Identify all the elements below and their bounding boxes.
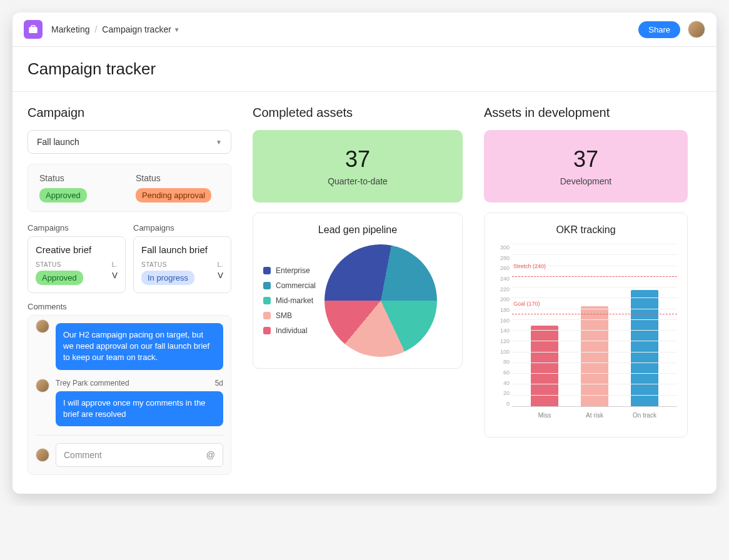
pie-chart-title: Lead gen pipeline [263, 224, 452, 236]
breadcrumb-separator: / [94, 24, 97, 34]
reference-line-label: Stretch (240) [513, 263, 546, 269]
legend-item: Mid-market [263, 296, 316, 305]
breadcrumb: Marketing / Campaign tracker ▼ [51, 24, 180, 34]
campaign-heading: Campaign [28, 106, 231, 120]
completed-stat-card: 37 Quarter-to-date [253, 130, 463, 202]
legend-swatch [263, 282, 271, 289]
legend-item: SMB [263, 311, 316, 320]
card-l-label: L. [112, 261, 118, 268]
comment-placeholder: Comment [64, 450, 102, 460]
bar-plot: MissAt riskOn track Stretch (240)Goal (1… [512, 244, 677, 407]
bar [531, 326, 558, 407]
pie-chart [324, 244, 437, 357]
status-label: Status [39, 173, 123, 183]
comment-bubble: Our H2 campaign pacing on target, but we… [56, 323, 223, 370]
campaigns-subheading: Campaigns [133, 223, 231, 232]
development-label: Development [490, 176, 681, 186]
user-avatar[interactable] [688, 21, 705, 38]
pie-legend: EnterpriseCommercialMid-marketSMBIndivid… [263, 266, 316, 335]
x-axis-label: At risk [581, 412, 608, 419]
card-l-value: V [112, 271, 118, 280]
legend-label: Enterprise [276, 266, 310, 275]
breadcrumb-workspace[interactable]: Marketing [51, 24, 89, 34]
legend-label: Individual [276, 326, 308, 335]
card-l-label: L. [218, 261, 223, 268]
comments-heading: Comments [28, 302, 231, 311]
legend-swatch [263, 312, 271, 319]
legend-label: SMB [276, 311, 292, 320]
briefcase-icon [28, 24, 39, 35]
status-badge: In progress [141, 271, 194, 285]
campaign-column: Campaign Fall launch ▼ Status Approved S… [28, 106, 231, 475]
card-title: Creative brief [36, 244, 118, 255]
status-row: Status Approved Status Pending approval [28, 164, 231, 212]
page-title: Campaign tracker [13, 47, 716, 92]
campaign-select[interactable]: Fall launch ▼ [28, 130, 231, 154]
comment-item: Trey Park commented 5d I will approve on… [36, 379, 223, 426]
legend-label: Mid-market [276, 296, 313, 305]
completed-value: 37 [259, 146, 456, 172]
development-value: 37 [490, 146, 681, 172]
breadcrumb-current[interactable]: Campaign tracker ▼ [102, 24, 179, 34]
x-axis-label: On track [631, 412, 658, 419]
content-area: Campaign Fall launch ▼ Status Approved S… [13, 92, 716, 494]
comment-avatar [36, 379, 49, 392]
app-window: Marketing / Campaign tracker ▼ Share Cam… [13, 12, 716, 494]
bar-chart-box: OKR tracking 300280260240220200180160140… [484, 212, 688, 438]
comment-avatar [36, 448, 49, 462]
reference-line-label: Goal (170) [513, 301, 540, 307]
mention-icon[interactable]: @ [206, 450, 215, 460]
comment-input-row: Comment @ [36, 435, 223, 467]
completed-heading: Completed assets [253, 106, 463, 120]
card-status-label: STATUS [36, 261, 83, 268]
comment-avatar [36, 319, 49, 333]
bar [631, 290, 658, 406]
bar-chart: 3002802602402202001801601401201008060402… [495, 244, 677, 426]
breadcrumb-page-label: Campaign tracker [102, 24, 171, 34]
status-badge: Approved [36, 271, 83, 285]
comment-input[interactable]: Comment @ [56, 443, 223, 467]
bar [581, 306, 608, 406]
development-heading: Assets in development [484, 106, 688, 120]
legend-swatch [263, 267, 271, 274]
development-column: Assets in development 37 Development OKR… [484, 106, 688, 475]
legend-swatch [263, 327, 271, 334]
legend-swatch [263, 297, 271, 304]
legend-label: Commercial [276, 281, 316, 290]
chevron-down-icon: ▼ [174, 26, 180, 33]
pie-chart-box: Lead gen pipeline EnterpriseCommercialMi… [253, 212, 463, 369]
campaign-card[interactable]: Creative brief STATUS Approved L. V [28, 236, 126, 293]
app-icon[interactable] [24, 20, 43, 39]
legend-item: Enterprise [263, 266, 316, 275]
top-bar: Marketing / Campaign tracker ▼ Share [13, 12, 716, 47]
share-button[interactable]: Share [638, 21, 680, 38]
x-axis-label: Miss [531, 412, 558, 419]
campaign-card[interactable]: Fall launch brief STATUS In progress L. … [133, 236, 231, 293]
card-status-label: STATUS [141, 261, 194, 268]
comment-bubble: I will approve once my comments in the b… [56, 391, 223, 426]
status-badge-approved: Approved [39, 188, 87, 202]
campaign-select-value: Fall launch [37, 137, 79, 147]
bar-chart-title: OKR tracking [495, 224, 677, 236]
comment-author: Trey Park commented [56, 379, 129, 388]
comments-box: Our H2 campaign pacing on target, but we… [28, 315, 231, 475]
comment-item: Our H2 campaign pacing on target, but we… [36, 323, 223, 370]
card-l-value: V [218, 271, 223, 280]
completed-column: Completed assets 37 Quarter-to-date Lead… [253, 106, 463, 475]
chevron-down-icon: ▼ [216, 139, 222, 146]
status-badge-pending: Pending approval [136, 188, 211, 202]
legend-item: Individual [263, 326, 316, 335]
legend-item: Commercial [263, 281, 316, 290]
y-axis: 3002802602402202001801601401201008060402… [495, 244, 512, 407]
campaign-cards: Creative brief STATUS Approved L. V Fall… [28, 236, 231, 293]
campaigns-subheading: Campaigns [28, 223, 126, 232]
status-label: Status [136, 173, 219, 183]
comment-time: 5d [215, 379, 223, 388]
card-title: Fall launch brief [141, 244, 223, 255]
completed-label: Quarter-to-date [259, 176, 456, 186]
development-stat-card: 37 Development [484, 130, 688, 202]
